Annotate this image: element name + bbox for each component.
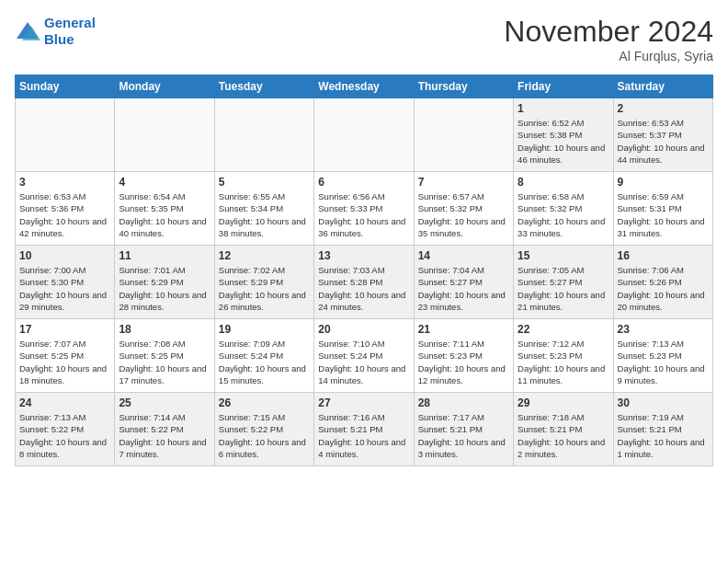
day-number: 6	[318, 176, 409, 189]
day-number: 1	[518, 102, 609, 115]
calendar-cell: 21Sunrise: 7:11 AMSunset: 5:23 PMDayligh…	[414, 319, 513, 393]
calendar-cell: 30Sunrise: 7:19 AMSunset: 5:21 PMDayligh…	[613, 393, 712, 466]
calendar-cell: 27Sunrise: 7:16 AMSunset: 5:21 PMDayligh…	[314, 393, 414, 466]
day-info: Sunrise: 6:56 AMSunset: 5:33 PMDaylight:…	[318, 190, 409, 239]
calendar-week-row: 3Sunrise: 6:53 AMSunset: 5:36 PMDaylight…	[16, 172, 713, 246]
calendar-cell: 3Sunrise: 6:53 AMSunset: 5:36 PMDaylight…	[16, 172, 115, 246]
calendar-cell: 2Sunrise: 6:53 AMSunset: 5:37 PMDaylight…	[613, 98, 712, 172]
day-info: Sunrise: 7:16 AMSunset: 5:21 PMDaylight:…	[318, 411, 409, 460]
day-of-week-header: Tuesday	[214, 75, 313, 98]
day-number: 23	[618, 323, 709, 336]
day-info: Sunrise: 7:11 AMSunset: 5:23 PMDaylight:…	[418, 338, 509, 386]
day-info: Sunrise: 7:18 AMSunset: 5:21 PMDaylight:…	[518, 411, 609, 460]
calendar-cell: 12Sunrise: 7:02 AMSunset: 5:29 PMDayligh…	[214, 246, 313, 319]
calendar-header-row: SundayMondayTuesdayWednesdayThursdayFrid…	[16, 75, 713, 98]
day-info: Sunrise: 7:17 AMSunset: 5:21 PMDaylight:…	[418, 411, 509, 460]
day-info: Sunrise: 7:05 AMSunset: 5:27 PMDaylight:…	[518, 264, 609, 313]
day-info: Sunrise: 7:10 AMSunset: 5:24 PMDaylight:…	[318, 338, 409, 386]
day-number: 7	[418, 176, 509, 189]
calendar-cell: 16Sunrise: 7:06 AMSunset: 5:26 PMDayligh…	[613, 246, 712, 319]
day-of-week-header: Monday	[115, 75, 214, 98]
day-number: 25	[119, 396, 210, 409]
day-number: 12	[219, 249, 310, 262]
day-number: 19	[219, 323, 310, 336]
day-number: 21	[418, 323, 509, 336]
calendar-cell: 22Sunrise: 7:12 AMSunset: 5:23 PMDayligh…	[514, 319, 613, 393]
day-info: Sunrise: 7:04 AMSunset: 5:27 PMDaylight:…	[418, 264, 509, 313]
logo: General Blue	[15, 15, 96, 48]
calendar-cell: 23Sunrise: 7:13 AMSunset: 5:23 PMDayligh…	[613, 319, 712, 393]
calendar-cell: 1Sunrise: 6:52 AMSunset: 5:38 PMDaylight…	[514, 98, 613, 172]
calendar-cell: 20Sunrise: 7:10 AMSunset: 5:24 PMDayligh…	[314, 319, 414, 393]
calendar-cell: 19Sunrise: 7:09 AMSunset: 5:24 PMDayligh…	[214, 319, 313, 393]
day-info: Sunrise: 7:13 AMSunset: 5:22 PMDaylight:…	[19, 411, 110, 460]
day-info: Sunrise: 7:15 AMSunset: 5:22 PMDaylight:…	[219, 411, 310, 460]
calendar-cell: 7Sunrise: 6:57 AMSunset: 5:32 PMDaylight…	[414, 172, 513, 246]
calendar-cell: 13Sunrise: 7:03 AMSunset: 5:28 PMDayligh…	[314, 246, 414, 319]
day-of-week-header: Sunday	[16, 75, 115, 98]
day-info: Sunrise: 7:01 AMSunset: 5:29 PMDaylight:…	[119, 264, 210, 313]
logo-text: General Blue	[44, 15, 96, 48]
day-info: Sunrise: 7:14 AMSunset: 5:22 PMDaylight:…	[119, 411, 210, 460]
calendar-cell: 15Sunrise: 7:05 AMSunset: 5:27 PMDayligh…	[514, 246, 613, 319]
day-of-week-header: Thursday	[414, 75, 513, 98]
day-of-week-header: Friday	[514, 75, 613, 98]
calendar-cell: 14Sunrise: 7:04 AMSunset: 5:27 PMDayligh…	[414, 246, 513, 319]
calendar-cell: 26Sunrise: 7:15 AMSunset: 5:22 PMDayligh…	[214, 393, 313, 466]
calendar-cell: 11Sunrise: 7:01 AMSunset: 5:29 PMDayligh…	[115, 246, 214, 319]
day-info: Sunrise: 7:03 AMSunset: 5:28 PMDaylight:…	[318, 264, 409, 313]
calendar-table: SundayMondayTuesdayWednesdayThursdayFrid…	[15, 75, 713, 466]
day-info: Sunrise: 7:07 AMSunset: 5:25 PMDaylight:…	[19, 338, 110, 386]
day-info: Sunrise: 7:12 AMSunset: 5:23 PMDaylight:…	[518, 338, 609, 386]
day-info: Sunrise: 7:13 AMSunset: 5:23 PMDaylight:…	[618, 338, 709, 386]
day-number: 8	[518, 176, 609, 189]
calendar-cell: 9Sunrise: 6:59 AMSunset: 5:31 PMDaylight…	[613, 172, 712, 246]
day-info: Sunrise: 6:57 AMSunset: 5:32 PMDaylight:…	[418, 190, 509, 239]
day-number: 17	[19, 323, 110, 336]
day-info: Sunrise: 7:02 AMSunset: 5:29 PMDaylight:…	[219, 264, 310, 313]
location: Al Furqlus, Syria	[504, 49, 713, 63]
calendar-cell	[214, 98, 313, 172]
day-number: 22	[518, 323, 609, 336]
day-number: 4	[119, 176, 210, 189]
title-block: November 2024 Al Furqlus, Syria	[504, 15, 713, 63]
day-number: 3	[19, 176, 110, 189]
day-number: 27	[318, 396, 409, 409]
calendar-cell: 10Sunrise: 7:00 AMSunset: 5:30 PMDayligh…	[16, 246, 115, 319]
day-number: 29	[518, 396, 609, 409]
calendar-week-row: 1Sunrise: 6:52 AMSunset: 5:38 PMDaylight…	[16, 98, 713, 172]
month-title: November 2024	[504, 15, 713, 49]
calendar-week-row: 17Sunrise: 7:07 AMSunset: 5:25 PMDayligh…	[16, 319, 713, 393]
day-info: Sunrise: 6:59 AMSunset: 5:31 PMDaylight:…	[618, 190, 709, 239]
day-number: 11	[119, 249, 210, 262]
day-info: Sunrise: 7:06 AMSunset: 5:26 PMDaylight:…	[618, 264, 709, 313]
day-number: 24	[19, 396, 110, 409]
day-number: 2	[618, 102, 709, 115]
day-info: Sunrise: 6:54 AMSunset: 5:35 PMDaylight:…	[119, 190, 210, 239]
calendar-cell: 24Sunrise: 7:13 AMSunset: 5:22 PMDayligh…	[16, 393, 115, 466]
day-info: Sunrise: 6:55 AMSunset: 5:34 PMDaylight:…	[219, 190, 310, 239]
day-info: Sunrise: 6:53 AMSunset: 5:36 PMDaylight:…	[19, 190, 110, 239]
calendar-cell: 4Sunrise: 6:54 AMSunset: 5:35 PMDaylight…	[115, 172, 214, 246]
day-info: Sunrise: 7:09 AMSunset: 5:24 PMDaylight:…	[219, 338, 310, 386]
day-number: 30	[618, 396, 709, 409]
calendar-week-row: 10Sunrise: 7:00 AMSunset: 5:30 PMDayligh…	[16, 246, 713, 319]
day-number: 16	[618, 249, 709, 262]
calendar-cell: 17Sunrise: 7:07 AMSunset: 5:25 PMDayligh…	[16, 319, 115, 393]
day-number: 9	[618, 176, 709, 189]
day-info: Sunrise: 6:52 AMSunset: 5:38 PMDaylight:…	[518, 117, 609, 166]
calendar-cell: 28Sunrise: 7:17 AMSunset: 5:21 PMDayligh…	[414, 393, 513, 466]
day-number: 20	[318, 323, 409, 336]
logo-icon	[15, 20, 40, 42]
day-number: 10	[19, 249, 110, 262]
calendar-cell	[414, 98, 513, 172]
day-info: Sunrise: 7:08 AMSunset: 5:25 PMDaylight:…	[119, 338, 210, 386]
calendar-cell: 18Sunrise: 7:08 AMSunset: 5:25 PMDayligh…	[115, 319, 214, 393]
day-info: Sunrise: 7:19 AMSunset: 5:21 PMDaylight:…	[618, 411, 709, 460]
day-number: 13	[318, 249, 409, 262]
calendar-cell: 29Sunrise: 7:18 AMSunset: 5:21 PMDayligh…	[514, 393, 613, 466]
calendar-cell: 5Sunrise: 6:55 AMSunset: 5:34 PMDaylight…	[214, 172, 313, 246]
calendar-cell	[115, 98, 214, 172]
day-info: Sunrise: 7:00 AMSunset: 5:30 PMDaylight:…	[19, 264, 110, 313]
calendar-cell	[16, 98, 115, 172]
